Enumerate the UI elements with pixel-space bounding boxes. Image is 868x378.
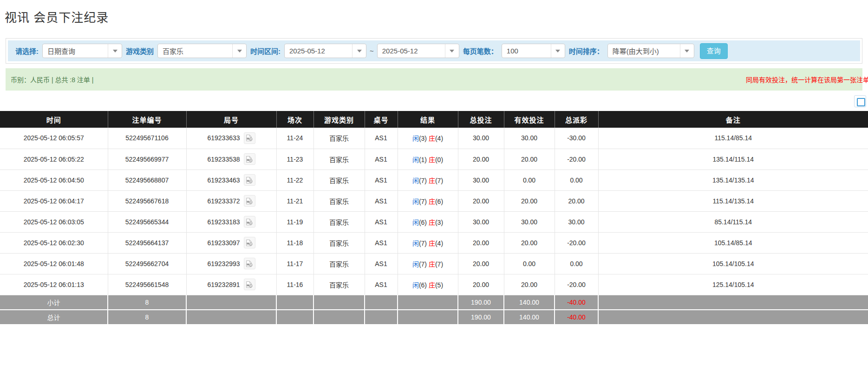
sort-label: 时间排序： <box>569 46 604 56</box>
result-player-label: 闲 <box>412 240 419 247</box>
cell-round-no: 619233463 <box>186 169 276 190</box>
grandtotal-row: 总计 8 190.00 140.00 -40.00 <box>0 310 868 325</box>
video-record-icon[interactable] <box>244 258 255 269</box>
cell-bet-no: 522495665344 <box>108 211 186 232</box>
video-record-icon[interactable] <box>244 174 255 186</box>
cell-valid-bet: 0.00 <box>504 169 555 190</box>
cell-game: 百家乐 <box>313 169 365 190</box>
column-header-round-no: 局号 <box>186 111 276 128</box>
table-body: 2025-05-12 06:05:57 522495671106 6192336… <box>0 128 868 325</box>
cell-result: 闲(1) 庄(0) <box>398 149 458 169</box>
cell-result: 闲(6) 庄(5) <box>398 274 458 295</box>
table-row: 2025-05-12 06:04:17 522495667618 6192333… <box>0 190 868 211</box>
grandtotal-count: 8 <box>108 310 186 325</box>
cell-session: 11-16 <box>276 274 313 295</box>
video-record-icon[interactable] <box>244 237 255 248</box>
table-row: 2025-05-12 06:05:22 522495669977 6192335… <box>0 149 868 169</box>
subtotal-total-bet: 190.00 <box>458 295 504 310</box>
page-title: 视讯 会员下注纪录 <box>0 8 868 30</box>
video-record-icon[interactable] <box>244 153 255 165</box>
sort-select[interactable]: 降幂(由大到小) <box>607 44 694 58</box>
grandtotal-total-bet: 190.00 <box>458 310 504 325</box>
result-player-label: 闲 <box>412 156 419 163</box>
result-banker-score: (0) <box>435 156 443 163</box>
query-type-label: 请选择: <box>15 46 39 56</box>
round-no-text: 619233372 <box>207 197 240 205</box>
column-header-total-bet: 总投注 <box>458 111 504 128</box>
result-banker-label: 庄 <box>429 261 435 268</box>
chevron-down-icon[interactable] <box>551 44 565 58</box>
chevron-down-icon[interactable] <box>232 44 246 58</box>
table-row: 2025-05-12 06:05:57 522495671106 6192336… <box>0 128 868 149</box>
result-player-score: (7) <box>419 198 427 205</box>
cell-remark: 105.14/85.14 <box>598 232 868 253</box>
round-no-text: 619232993 <box>207 260 240 267</box>
cell-bet-no: 522495664137 <box>108 232 186 253</box>
video-record-icon[interactable] <box>244 216 255 228</box>
subtotal-valid-bet: 140.00 <box>504 295 555 310</box>
chevron-down-icon[interactable] <box>108 44 122 58</box>
round-no-text: 619233463 <box>207 176 240 184</box>
cell-time: 2025-05-12 06:01:48 <box>0 253 108 274</box>
chevron-down-icon[interactable] <box>352 44 366 58</box>
subtotal-round-no <box>186 295 276 310</box>
cell-session: 11-23 <box>276 149 313 169</box>
table-row: 2025-05-12 06:01:13 522495661548 6192328… <box>0 274 868 295</box>
cell-payout: -20.00 <box>555 274 598 295</box>
chevron-down-icon[interactable] <box>445 44 459 58</box>
valid-bet-warning: 同局有效投注，统一计算在该局第一张注单内 <box>746 75 868 84</box>
result-banker-score: (4) <box>435 240 443 247</box>
date-from-value: 2025-05-12 <box>285 44 352 58</box>
cell-time: 2025-05-12 06:03:05 <box>0 211 108 232</box>
cell-game: 百家乐 <box>313 190 365 211</box>
cell-table-no: AS1 <box>365 149 398 169</box>
grandtotal-table-no <box>365 310 398 325</box>
cell-time: 2025-05-12 06:05:57 <box>0 128 108 149</box>
cell-game: 百家乐 <box>313 128 365 149</box>
subtotal-row: 小计 8 190.00 140.00 -40.00 <box>0 295 868 310</box>
result-player-label: 闲 <box>412 177 419 184</box>
cell-payout: 0.00 <box>555 253 598 274</box>
cell-game: 百家乐 <box>313 253 365 274</box>
page-size-select[interactable]: 100 <box>502 44 565 58</box>
result-banker-score: (7) <box>435 261 443 268</box>
date-from-select[interactable]: 2025-05-12 <box>284 44 366 58</box>
cell-payout: -20.00 <box>555 149 598 169</box>
result-banker-label: 庄 <box>429 198 435 205</box>
cell-round-no: 619233372 <box>186 190 276 211</box>
query-type-select[interactable]: 日期查询 <box>42 44 122 58</box>
subtotal-remark <box>598 295 868 310</box>
grandtotal-valid-bet: 140.00 <box>504 310 555 325</box>
result-player-label: 闲 <box>412 198 419 205</box>
cell-time: 2025-05-12 06:04:50 <box>0 169 108 190</box>
result-banker-score: (6) <box>435 198 443 205</box>
query-button[interactable]: 查询 <box>700 43 728 59</box>
game-type-select[interactable]: 百家乐 <box>157 44 247 58</box>
date-to-select[interactable]: 2025-05-12 <box>377 44 459 58</box>
result-player-score: (6) <box>419 281 427 289</box>
table-row: 2025-05-12 06:04:50 522495668807 6192334… <box>0 169 868 190</box>
cell-valid-bet: 0.00 <box>504 253 555 274</box>
result-player-score: (7) <box>419 177 427 184</box>
subtotal-payout: -40.00 <box>555 295 598 310</box>
cell-payout: 0.00 <box>555 169 598 190</box>
cell-bet-no: 522495667618 <box>108 190 186 211</box>
result-player-score: (6) <box>419 219 427 226</box>
chevron-down-icon[interactable] <box>680 44 694 58</box>
video-record-icon[interactable] <box>244 132 255 144</box>
cell-bet-no: 522495661548 <box>108 274 186 295</box>
video-record-icon[interactable] <box>244 195 255 207</box>
result-player-score: (7) <box>419 261 427 268</box>
cell-table-no: AS1 <box>365 232 398 253</box>
export-excel-icon[interactable] <box>854 95 866 107</box>
cell-session: 11-22 <box>276 169 313 190</box>
video-record-icon[interactable] <box>244 279 255 290</box>
cell-result: 闲(6) 庄(3) <box>398 211 458 232</box>
cell-game: 百家乐 <box>313 274 365 295</box>
round-no-text: 619232891 <box>207 281 240 288</box>
cell-remark: 125.14/105.14 <box>598 274 868 295</box>
table-row: 2025-05-12 06:01:48 522495662704 6192329… <box>0 253 868 274</box>
result-banker-label: 庄 <box>429 240 435 247</box>
column-header-session: 场次 <box>276 111 313 128</box>
grandtotal-result <box>398 310 458 325</box>
